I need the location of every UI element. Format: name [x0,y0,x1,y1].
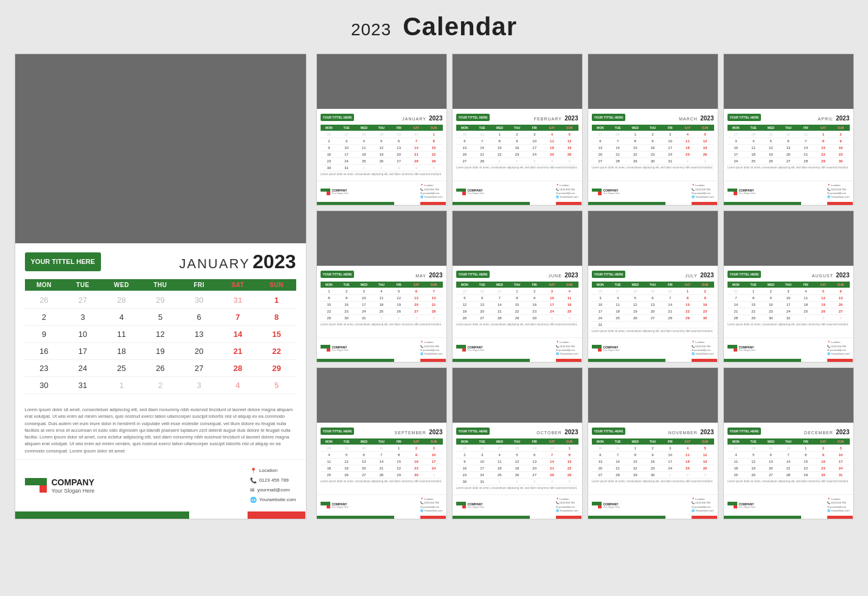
mini-year-10: 2023 [564,429,578,435]
mini-footer-11: COMPANY Your Slogan Here 📍 Location 📞 01… [588,494,718,516]
company-text: COMPANY Your Slogan Here [52,477,95,494]
mini-cal-row-12-1: 27282930123 [727,445,850,452]
bar-green [15,511,190,519]
mini-footer-1: COMPANY Your Slogan Here 📍 Location 📞 01… [317,181,446,202]
mini-green-box-12: YOUR TITTEL HERE [727,428,762,435]
mini-green-box-11: YOUR TITTEL HERE [592,428,626,435]
mini-flag-11 [592,502,602,508]
mini-lorem-7: Lorem ipsum dolor sit amet, consectetuer… [592,328,714,334]
mini-year-3: 2023 [700,115,713,122]
mini-footer-4: COMPANY Your Slogan Here 📍 Location 📞 01… [724,181,853,202]
mini-contact-12: 📍 Location 📞 0123 456 789 ✉ yourmail@com… [827,497,849,513]
mini-photo-10 [453,368,582,423]
mini-cal-june: YOUR TITTEL HEREJUNE 2023MONTUEWEDTHUFRI… [452,210,583,362]
mini-cal-march: YOUR TITTEL HEREMARCH 2023MONTUEWEDTHUFR… [588,54,718,206]
mini-month-name-10: OCTOBER [536,431,562,435]
mini-cal-may: YOUR TITTEL HEREMAY 2023MONTUEWEDTHUFRIS… [316,210,447,362]
mini-cal-row-7-3: 10111213141516 [592,302,714,308]
email-icon: ✉ [250,485,255,495]
cal-hdr-sun: SUN [257,279,296,291]
mini-flag-1 [321,189,330,195]
left-month-title: JANUARY 2023 [108,251,296,273]
mini-flag-3 [592,189,602,195]
mini-month-name-9: SEPTEMBER [395,431,426,435]
mini-cal-row-4-2: 3456789 [727,138,850,145]
mini-photo-4 [724,54,853,109]
cal-row-6: 30 31 1 2 3 4 5 [25,377,296,394]
left-text-section: Lorem ipsum dolor sit amet, consectetuer… [15,401,306,459]
mini-photo-9 [317,368,446,423]
mini-month-name-12: DECEMBER [804,431,833,435]
mini-bottom-bar-2 [453,202,582,205]
location-icon: 📍 [250,466,257,476]
mini-lorem-5: Lorem ipsum dolor sit amet, consectetuer… [321,322,443,328]
mini-cal-row-9-2: 45678910 [321,452,443,459]
mini-photo-7 [588,211,718,266]
mini-photo-3 [588,54,718,109]
mini-cal-row-9-1: 28293031123 [321,445,443,452]
mini-cal-row-6-3: 12131415161718 [456,302,578,308]
flag-top [25,478,47,485]
mini-flag-7 [592,345,602,352]
mini-green-box-6: YOUR TITTEL HERE [456,271,490,278]
mini-company-logo-4: COMPANY Your Slogan Here [727,189,756,195]
mini-company-logo-5: COMPANY Your Slogan Here [321,345,349,352]
company-logo: COMPANY Your Slogan Here [25,477,95,494]
title-year: 2023 [351,20,391,39]
mini-cal-october: YOUR TITTEL HEREOCTOBER 2023MONTUEWEDTHU… [452,367,583,519]
mini-cal-row-10-4: 16171819202122 [456,465,578,472]
cal-hdr-mon: MON [25,279,64,291]
mini-cal-row-4-5: 24252627282930 [727,158,850,165]
mini-footer-6: COMPANY Your Slogan Here 📍 Location 📞 01… [453,338,582,359]
mini-contact-3: 📍 Location 📞 0123 456 789 ✉ yourmail@com… [692,184,713,199]
title-calendar: Calendar [403,12,517,41]
left-bottom-bar [15,511,306,519]
mini-company-logo-12: COMPANY Your Slogan Here [727,502,756,508]
mini-contact-10: 📍 Location 📞 0123 456 789 ✉ yourmail@com… [556,497,578,513]
cal-row-2: 2 3 4 5 6 7 8 [25,309,296,326]
mini-cal-row-9-4: 18192021222324 [321,465,443,472]
mini-company-logo-6: COMPANY Your Slogan Here [456,345,485,352]
page-title: 2023 Calendar [351,12,517,41]
mini-cal-row-11-1: 303112345 [592,445,714,452]
mini-year-8: 2023 [836,272,849,279]
mini-bottom-bar-8 [724,359,853,362]
contact-phone: 📞 0123 456 789 [250,476,296,485]
right-monthly-grid: YOUR TITTEL HEREJANUARY 2023MONTUEWEDTHU… [316,54,854,519]
mini-lorem-4: Lorem ipsum dolor sit amet, consectetuer… [727,165,850,171]
mini-cal-row-3-5: 272829303112 [592,158,714,165]
mini-cal-row-8-5: 28293031123 [727,315,850,322]
mini-month-name-5: MAY [415,274,426,278]
mini-cal-row-6-5: 262728293012 [456,315,578,322]
mini-green-box-5: YOUR TITTEL HERE [321,271,355,278]
mini-cal-row-1-4: 16171819202122 [321,151,443,158]
mini-green-box-4: YOUR TITTEL HERE [727,114,762,121]
mini-cal-row-9-5: 2526272829301 [321,472,443,479]
mini-cal-row-8-2: 78910111213 [727,295,850,302]
mini-cal-row-10-1: 2526272829301 [456,445,578,452]
contact-location: 📍 Location [250,466,296,476]
left-footer: COMPANY Your Slogan Here 📍 Location 📞 01… [15,459,306,511]
left-cal-grid: MON TUE WED THU FRI SAT SUN 26 27 28 29 … [25,279,296,394]
mini-green-box-7: YOUR TITTEL HERE [592,271,626,278]
mini-contact-11: 📍 Location 📞 0123 456 789 ✉ yourmail@com… [692,497,713,513]
mini-company-logo-3: COMPANY Your Slogan Here [592,189,620,195]
left-photo-placeholder [15,54,306,243]
mini-footer-2: COMPANY Your Slogan Here 📍 Location 📞 01… [453,181,582,202]
mini-cal-row-11-2: 6789101112 [592,452,714,459]
cal-row-3: 9 10 11 12 13 14 15 [25,326,296,343]
mini-cal-row-1-6: 303112345 [321,165,443,172]
mini-cal-row-8-4: 21222324252627 [727,308,850,315]
left-year: 2023 [252,251,296,272]
mini-contact-9: 📍 Location 📞 0123 456 789 ✉ yourmail@com… [420,497,442,513]
cal-hdr-thu: THU [141,279,180,291]
mini-cal-july: YOUR TITTEL HEREJULY 2023MONTUEWEDTHUFRI… [588,210,718,362]
mini-lorem-8: Lorem ipsum dolor sit amet, consectetuer… [727,322,850,328]
mini-bottom-bar-6 [453,359,582,362]
mini-cal-row-4-4: 17181920212223 [727,151,850,158]
cal-hdr-tue: TUE [63,279,102,291]
mini-contact-2: 📍 Location 📞 0123 456 789 ✉ yourmail@com… [556,184,578,199]
mini-flag-12 [727,502,737,508]
mini-lorem-10: Lorem ipsum dolor sit amet, consectetuer… [456,485,578,491]
mini-flag-5 [321,345,330,352]
